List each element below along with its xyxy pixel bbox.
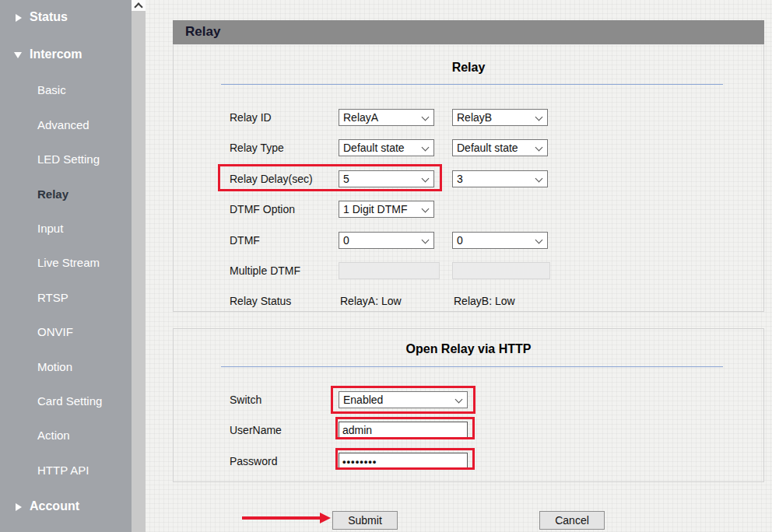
open-relay-http-panel: Open Relay via HTTP Switch Enabled UserN… — [173, 328, 764, 482]
sidebar-item-label: Basic — [37, 83, 66, 96]
chevron-down-icon — [422, 144, 430, 152]
relay-type-select-b[interactable]: Default state — [452, 139, 548, 156]
sidebar-item-label: Motion — [37, 360, 72, 373]
select-value: 5 — [343, 173, 349, 185]
scroll-up-button[interactable] — [132, 0, 146, 11]
triangle-right-icon — [16, 14, 22, 22]
relay-panel: Relay Relay ID RelayA RelayB Relay Type … — [173, 44, 764, 312]
sidebar-item-card-setting[interactable]: Card Setting — [0, 394, 132, 410]
sidebar-scrollbar[interactable] — [132, 0, 146, 532]
sidebar-item-advanced[interactable]: Advanced — [0, 118, 132, 134]
relay-delay-label: Relay Delay(sec) — [230, 173, 313, 185]
multiple-dtmf-input-a — [339, 262, 440, 279]
select-value: Default state — [343, 142, 405, 154]
select-value: 3 — [457, 173, 463, 185]
sidebar-item-label: ONVIF — [37, 325, 73, 338]
chevron-down-icon — [535, 114, 543, 121]
sidebar-item-label: HTTP API — [37, 464, 89, 477]
sidebar-item-http-api[interactable]: HTTP API — [0, 464, 132, 479]
sidebar-item-status[interactable]: Status — [0, 10, 132, 26]
page-title: Relay — [185, 24, 220, 40]
annotation-arrow-head — [320, 513, 331, 523]
dtmf-label: DTMF — [230, 234, 260, 247]
relay-id-label: Relay ID — [230, 111, 272, 124]
section-divider — [221, 84, 723, 85]
password-label: Password — [230, 455, 277, 467]
select-value: RelayA — [343, 111, 378, 124]
scrollbar-thumb[interactable] — [132, 11, 146, 532]
username-input[interactable] — [339, 422, 468, 439]
relay-status-value-b: RelayB: Low — [454, 295, 515, 307]
sidebar-item-live-stream[interactable]: Live Stream — [0, 256, 132, 271]
sidebar-item-label: Intercom — [30, 47, 82, 61]
sidebar-item-label: RTSP — [37, 291, 68, 304]
chevron-down-icon — [422, 236, 430, 244]
cancel-button[interactable]: Cancel — [539, 511, 605, 530]
chevron-down-icon — [535, 175, 543, 183]
sidebar-item-label: Relay — [37, 187, 68, 201]
section-divider — [221, 366, 723, 367]
page-header-bar: Relay — [173, 20, 764, 44]
select-value: Enabled — [343, 394, 383, 406]
dtmf-select-a[interactable]: 0 — [339, 232, 434, 249]
dtmf-select-b[interactable]: 0 — [452, 232, 548, 249]
app-window: Status Intercom Basic Advanced LED Setti… — [0, 0, 772, 532]
relay-delay-select-b[interactable]: 3 — [452, 170, 548, 187]
sidebar-item-label: Status — [30, 10, 68, 24]
triangle-right-icon — [16, 503, 22, 511]
triangle-down-icon — [14, 52, 22, 58]
sidebar-item-basic[interactable]: Basic — [0, 83, 132, 99]
select-value: 0 — [343, 234, 349, 247]
chevron-down-icon — [422, 205, 430, 213]
http-section-title: Open Relay via HTTP — [174, 342, 763, 356]
username-label: UserName — [230, 424, 282, 436]
sidebar-item-label: Live Stream — [37, 256, 100, 269]
relay-type-select-a[interactable]: Default state — [339, 139, 434, 156]
chevron-down-icon — [422, 175, 430, 183]
relay-section-title: Relay — [174, 61, 763, 75]
chevron-down-icon — [455, 396, 463, 404]
select-value: 0 — [457, 234, 463, 247]
chevron-down-icon — [422, 114, 430, 121]
sidebar-item-motion[interactable]: Motion — [0, 360, 132, 376]
sidebar-item-label: Action — [37, 429, 70, 442]
relay-id-select-b[interactable]: RelayB — [452, 109, 548, 126]
sidebar-item-intercom[interactable]: Intercom — [0, 47, 132, 63]
relay-type-label: Relay Type — [230, 142, 284, 154]
multiple-dtmf-label: Multiple DTMF — [230, 264, 300, 277]
multiple-dtmf-input-b — [452, 262, 550, 279]
password-input[interactable] — [339, 453, 468, 470]
relay-status-label: Relay Status — [230, 295, 291, 307]
sidebar-item-action[interactable]: Action — [0, 429, 132, 444]
dtmf-option-select[interactable]: 1 Digit DTMF — [339, 201, 434, 218]
sidebar-item-label: Advanced — [37, 118, 89, 131]
select-value: RelayB — [457, 111, 492, 124]
scroll-up-icon — [134, 2, 142, 11]
relay-id-select-a[interactable]: RelayA — [339, 109, 434, 126]
chevron-down-icon — [535, 144, 543, 152]
select-value: Default state — [457, 142, 518, 154]
sidebar-item-rtsp[interactable]: RTSP — [0, 291, 132, 306]
submit-button[interactable]: Submit — [332, 511, 398, 530]
sidebar-item-onvif[interactable]: ONVIF — [0, 325, 132, 341]
annotation-arrow-line — [242, 516, 321, 520]
sidebar-item-label: Account — [30, 499, 79, 513]
sidebar-item-label: Input — [37, 222, 63, 235]
switch-select[interactable]: Enabled — [339, 391, 468, 408]
switch-label: Switch — [230, 394, 261, 406]
sidebar-item-account[interactable]: Account — [0, 499, 132, 515]
relay-delay-select-a[interactable]: 5 — [339, 170, 434, 187]
sidebar: Status Intercom Basic Advanced LED Setti… — [0, 0, 132, 532]
sidebar-item-input[interactable]: Input — [0, 222, 132, 237]
sidebar-item-label: Card Setting — [37, 394, 102, 408]
sidebar-item-relay[interactable]: Relay — [0, 187, 132, 203]
sidebar-item-label: LED Setting — [37, 152, 100, 166]
relay-status-value-a: RelayA: Low — [340, 295, 402, 307]
chevron-down-icon — [535, 236, 543, 244]
select-value: 1 Digit DTMF — [343, 203, 407, 215]
dtmf-option-label: DTMF Option — [230, 203, 295, 215]
sidebar-item-led-setting[interactable]: LED Setting — [0, 152, 132, 168]
